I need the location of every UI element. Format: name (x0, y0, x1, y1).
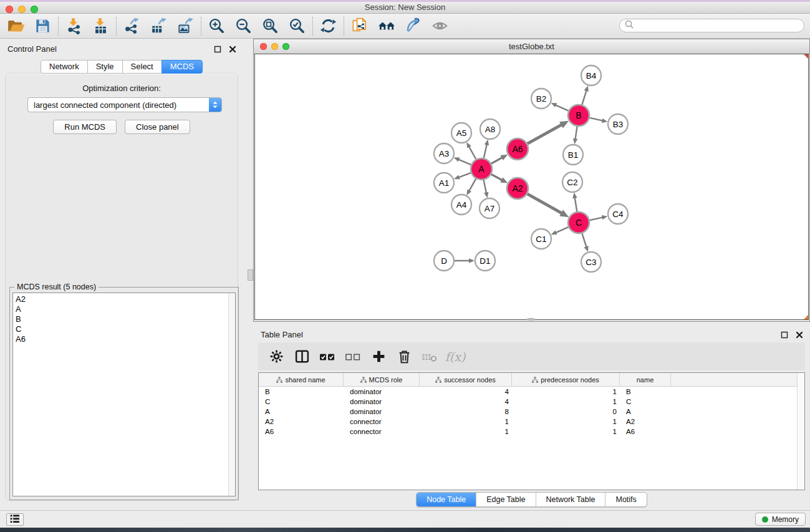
horizontal-scrollbar-thumb[interactable] (527, 318, 535, 321)
node-A1[interactable]: A1 (434, 173, 454, 193)
import-table-button[interactable] (87, 15, 114, 37)
edge-C-C4[interactable] (590, 215, 608, 220)
close-table-panel-button[interactable] (795, 331, 804, 339)
edge-C-C1[interactable] (551, 227, 569, 235)
mcds-result-item[interactable]: C (13, 324, 235, 334)
table-row[interactable]: Bdominator41B (259, 387, 804, 397)
deselect-all-button[interactable] (344, 346, 362, 367)
delete-columns-button[interactable] (395, 346, 413, 367)
close-panel-button[interactable] (228, 45, 237, 54)
create-column-button[interactable] (369, 346, 388, 367)
table-scrollbar[interactable] (797, 373, 804, 490)
node-B1[interactable]: B1 (563, 145, 583, 165)
edge-A-A3[interactable] (454, 158, 471, 165)
node-A2[interactable]: A2 (507, 178, 528, 199)
zoom-button[interactable] (31, 6, 38, 13)
tab-network[interactable]: Network (41, 60, 88, 74)
tab-edge-table[interactable]: Edge Table (476, 493, 535, 506)
node-B[interactable]: B (568, 105, 589, 126)
tab-select[interactable]: Select (122, 60, 162, 74)
mcds-result-item[interactable]: B (13, 314, 235, 324)
edge-A-A8[interactable] (484, 140, 489, 158)
node-A[interactable]: A (471, 158, 492, 180)
node-B4[interactable]: B4 (581, 65, 601, 85)
node-A8[interactable]: A8 (480, 119, 500, 139)
node-D1[interactable]: D1 (475, 251, 495, 271)
show-graphics-details-button[interactable] (427, 15, 453, 37)
edge-A-A4[interactable] (466, 179, 476, 196)
network-minimize-button[interactable] (271, 43, 278, 50)
edge-B-B1[interactable] (573, 127, 578, 144)
node-D[interactable]: D (434, 251, 454, 271)
network-window-titlebar[interactable]: testGlobe.txt (254, 39, 809, 54)
memory-button[interactable]: Memory (755, 513, 806, 526)
node-A4[interactable]: A4 (451, 195, 471, 215)
close-button[interactable] (6, 6, 13, 13)
edge-A6-B[interactable] (528, 121, 569, 144)
export-image-button[interactable] (172, 15, 199, 37)
close-panel-button-mcds[interactable]: Close panel (125, 120, 190, 134)
column-header-name[interactable]: name (620, 373, 671, 386)
tab-style[interactable]: Style (87, 60, 123, 74)
network-canvas[interactable]: AA1A2A3A4A5A6A7A8BB1B2B3B4CC1C2C3C4DD1 (254, 54, 809, 320)
zoom-fit-button[interactable] (257, 15, 284, 37)
vertical-scrollbar-thumb[interactable] (248, 269, 253, 281)
mcds-result-item[interactable]: A (13, 304, 235, 314)
float-table-panel-button[interactable] (780, 331, 789, 339)
float-panel-button[interactable] (213, 45, 222, 54)
table-row[interactable]: Cdominator41C (259, 397, 804, 407)
node-A5[interactable]: A5 (451, 123, 471, 143)
edge-B-B4[interactable] (582, 85, 589, 105)
column-header-shared-name[interactable]: shared name (259, 373, 344, 386)
edge-B-B3[interactable] (590, 118, 608, 123)
table-row[interactable]: A2connector11A2 (259, 417, 804, 427)
zoom-in-button[interactable] (203, 15, 230, 37)
task-history-button[interactable] (6, 513, 24, 526)
toggle-columns-button[interactable] (292, 346, 311, 367)
settings-button[interactable] (267, 346, 286, 367)
table-row[interactable]: Adominator80A (259, 407, 804, 417)
open-session-button[interactable] (2, 15, 29, 37)
node-C4[interactable]: C4 (608, 204, 628, 224)
column-header-successor-nodes[interactable]: successor nodes (420, 373, 512, 386)
hide-annotations-button[interactable] (400, 15, 427, 37)
tab-node-table[interactable]: Node Table (417, 493, 476, 506)
edge-A-A2[interactable] (491, 175, 508, 183)
mcds-result-item[interactable]: A6 (13, 334, 235, 344)
new-network-from-selection-button[interactable] (346, 15, 373, 37)
network-close-button[interactable] (260, 43, 267, 50)
run-mcds-button[interactable]: Run MCDS (53, 120, 117, 134)
mcds-result-item[interactable]: A2 (13, 294, 235, 304)
edge-D-D1[interactable] (455, 258, 475, 263)
optimization-criterion-select[interactable]: largest connected component (directed) (27, 97, 222, 112)
tab-motifs[interactable]: Motifs (605, 493, 646, 506)
node-C2[interactable]: C2 (562, 172, 582, 192)
select-all-button[interactable] (318, 346, 337, 367)
zoom-out-button[interactable] (230, 15, 257, 37)
node-C[interactable]: C (568, 212, 589, 233)
search-input[interactable] (637, 19, 804, 32)
node-C1[interactable]: C1 (531, 229, 551, 249)
tab-network-table[interactable]: Network Table (536, 493, 605, 506)
save-session-button[interactable] (29, 15, 56, 37)
edge-A-A1[interactable] (454, 173, 471, 179)
import-network-button[interactable] (60, 15, 87, 37)
node-A6[interactable]: A6 (507, 138, 528, 160)
refresh-layout-button[interactable] (315, 15, 342, 37)
edge-C-C2[interactable] (572, 193, 577, 211)
search-box[interactable] (619, 19, 804, 32)
edge-B-B2[interactable] (551, 103, 569, 111)
node-B2[interactable]: B2 (531, 89, 551, 109)
edge-A-A6[interactable] (491, 155, 508, 164)
network-zoom-button[interactable] (282, 43, 289, 50)
node-A7[interactable]: A7 (480, 198, 499, 218)
edge-C-C3[interactable] (582, 233, 588, 252)
mcds-result-list[interactable]: A2ABCA6 (12, 293, 236, 496)
node-B3[interactable]: B3 (608, 114, 628, 134)
minimize-button[interactable] (18, 6, 26, 13)
export-network-button[interactable] (118, 15, 145, 37)
table-row[interactable]: A6connector11A6 (259, 427, 804, 437)
network-overview-button[interactable] (373, 15, 400, 37)
zoom-selected-button[interactable] (284, 15, 311, 37)
node-A3[interactable]: A3 (434, 143, 454, 163)
